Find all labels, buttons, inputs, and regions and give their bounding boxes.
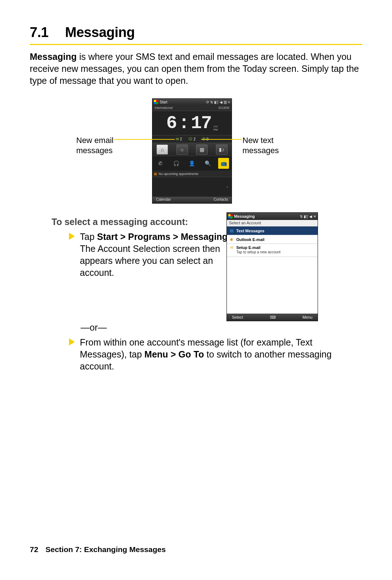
step-2-text: From within one account's message list (…: [80, 336, 348, 372]
notif-email: ✉2: [176, 137, 182, 142]
page-number: 72: [30, 545, 38, 554]
callout-new-email: New email messages: [76, 135, 114, 155]
start-label: Start: [160, 100, 205, 104]
phone1-appointments: ▦ No upcoming appointments: [152, 171, 232, 177]
callout-line-left: [114, 139, 175, 140]
clock-hour: 6: [166, 113, 176, 134]
step-1-text: Tap Start > Programs > Messaging. The Ac…: [80, 231, 247, 279]
apps-icon: ▦: [196, 144, 208, 155]
clock-ampm: AMPM: [213, 125, 218, 131]
photo-icon: 👤: [187, 158, 197, 169]
phone2-title: Messaging: [234, 214, 298, 218]
bullet-arrow-icon: [69, 233, 75, 240]
media-icon: ▮♪: [216, 144, 228, 155]
headset-icon: 🎧: [171, 158, 181, 169]
htc-logo-icon: ✦: [226, 185, 229, 189]
section-number: 7.1: [30, 25, 48, 40]
intro-paragraph: Messaging is where your SMS text and ema…: [30, 51, 362, 87]
phone1-fav-row: ⌂ ☼ ▦ ▮♪: [152, 143, 232, 156]
callout-new-text: New text messages: [242, 135, 279, 155]
intro-bold: Messaging: [30, 52, 77, 62]
phone2-subheader: Select an Account: [227, 220, 318, 226]
account-outlook-email: ◉ Outlook E-mail: [227, 235, 318, 244]
volume-icon: ◀: [220, 100, 222, 104]
bullet-arrow-icon: [69, 338, 75, 346]
phone2-tray: ⇅ ▮▯ ◀ ✕: [300, 215, 316, 218]
call-icon: ✆: [155, 158, 166, 169]
section-heading: 7.1Messaging: [30, 25, 362, 40]
section-title: Messaging: [65, 25, 135, 40]
phone1-topbar: Start ⟳ ⇅ ▮▯ ◀ ▥ ≡: [152, 99, 232, 105]
callout-line-right: [201, 139, 242, 140]
account-selection-mockup: Messaging ⇅ ▮▯ ◀ ✕ Select an Account ▤ T…: [226, 212, 318, 321]
menu-icon: ≡: [228, 100, 230, 104]
battery-icon: ▥: [224, 100, 227, 104]
carrier-label: International: [155, 106, 173, 110]
sync-icon: ⇅: [300, 215, 303, 218]
today-screen-figure: New email messages New text messages Sta…: [30, 98, 362, 207]
text-messages-icon: ▤: [229, 228, 234, 233]
phone1-softkeys: Calendar Contacts: [152, 197, 232, 203]
softkey-calendar: Calendar: [156, 197, 171, 203]
intro-rest: is where your SMS text and email message…: [30, 52, 359, 86]
setup-email-icon: ✉: [229, 245, 234, 250]
phone1-clock: 6 : 17 AMPM: [152, 111, 232, 135]
clock-minute: 17: [191, 113, 211, 134]
heading-rule: [30, 44, 362, 45]
phone2-topbar: Messaging ⇅ ▮▯ ◀ ✕: [227, 213, 318, 220]
close-icon: ✕: [313, 215, 316, 218]
signal-icon: ⇅: [210, 100, 213, 104]
softkey-menu: Menu: [302, 315, 313, 319]
step-1: Tap Start > Programs > Messaging. The Ac…: [69, 231, 362, 279]
speech-bubble-icon: 🗨: [188, 137, 192, 141]
weather-icon: ☼: [176, 144, 188, 155]
clock-colon: :: [179, 113, 189, 134]
notif-sms: 🗨2: [188, 137, 196, 141]
softkey-contacts: Contacts: [214, 197, 228, 203]
search-icon: 🔍: [203, 158, 213, 169]
windows-flag-icon: [154, 100, 158, 104]
today-screen-mockup: Start ⟳ ⇅ ▮▯ ◀ ▥ ≡ International 5/13/08…: [152, 98, 232, 204]
phone2-softkeys: Select ⌨ Menu: [227, 314, 318, 321]
date-label: 5/13/08: [219, 106, 229, 110]
windows-flag-icon: [228, 214, 233, 218]
account-text-messages: ▤ Text Messages: [227, 226, 318, 235]
home-icon: ⌂: [156, 144, 168, 155]
footer-section: Section 7: Exchanging Messages: [45, 545, 166, 554]
tv-icon: 📺: [218, 158, 229, 169]
sync-icon: ⟳: [206, 100, 209, 104]
phone2-empty-area: [227, 257, 318, 314]
page-footer: 72 Section 7: Exchanging Messages: [30, 545, 166, 554]
appointments-text: No upcoming appointments: [159, 172, 199, 176]
step-2: From within one account's message list (…: [69, 336, 362, 372]
envelope-icon: ✉: [176, 137, 179, 142]
keyboard-icon: ⌨: [270, 315, 276, 320]
volume-icon: ◀: [309, 215, 312, 218]
bars-icon: ▮▯: [304, 215, 308, 218]
calendar-icon: ▦: [154, 172, 157, 176]
softkey-select: Select: [232, 315, 243, 319]
phone1-tray: ⟳ ⇅ ▮▯ ◀ ▥ ≡: [206, 100, 230, 104]
outlook-icon: ◉: [229, 237, 234, 242]
or-divider: —or—: [81, 322, 362, 333]
phone1-brand-area: ✦: [152, 177, 232, 197]
account-setup-email: ✉ Setup E-mail Tap to setup a new accoun…: [227, 244, 318, 257]
bars-icon: ▮▯: [214, 100, 219, 104]
phone1-subbar: International 5/13/08: [152, 105, 232, 111]
phone1-app-row: ✆ 🎧 👤 🔍 📺: [152, 156, 232, 171]
